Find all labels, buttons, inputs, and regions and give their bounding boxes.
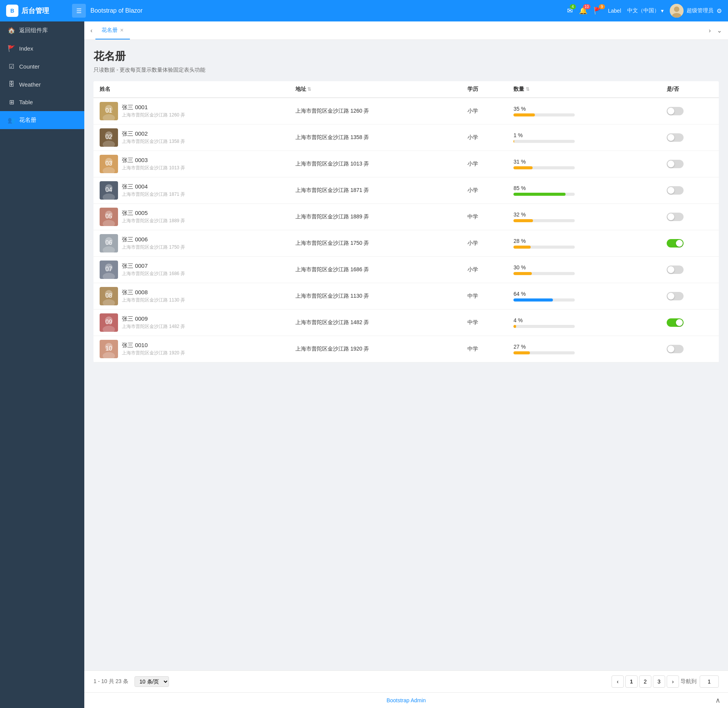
progress-pct-6: 28 %	[513, 238, 654, 244]
table-row: 06 张三 0006 上海市普陀区金沙江路 1750 弄 上海市普陀区金沙江路 …	[93, 230, 719, 257]
app-title: Bootstrap of Blazor	[90, 7, 562, 14]
progress-bar-fill-7	[513, 272, 532, 275]
table-row: 01 张三 0001 上海市普陀区金沙江路 1260 弄 上海市普陀区金沙江路 …	[93, 98, 719, 125]
row-avatar-4: 04	[100, 181, 118, 200]
name-info-7: 张三 0007 上海市普陀区金沙江路 1686 弄	[122, 262, 185, 277]
user-menu[interactable]: 超级管理员 ⚙	[670, 4, 722, 18]
main-name-8: 张三 0008	[122, 289, 185, 296]
progress-pct-2: 1 %	[513, 132, 654, 138]
education-cell-1: 小学	[461, 98, 507, 125]
toggle-cell-8	[661, 283, 719, 310]
address-cell-2: 上海市普陀区金沙江路 1358 弄	[289, 125, 462, 151]
roster-table: 姓名 地址 学历 数量 是/否 01	[93, 81, 719, 362]
page-2-button[interactable]: 2	[639, 675, 651, 688]
sidebar-item-home[interactable]: 🏠 返回组件库	[0, 21, 84, 39]
sub-name-3: 上海市普陀区金沙江路 1013 弄	[122, 165, 185, 171]
education-cell-7: 小学	[461, 257, 507, 283]
progress-bar-bg-3	[513, 166, 575, 169]
sidebar-item-table[interactable]: ⊞ Table	[0, 93, 84, 111]
progress-bar-fill-8	[513, 298, 553, 302]
toggle-8[interactable]	[667, 292, 684, 300]
flag-icon-button[interactable]: 🚩 9	[594, 7, 602, 15]
flag-nav-icon: 🚩	[8, 45, 15, 52]
toggle-2[interactable]	[667, 133, 684, 142]
sidebar: 🏠 返回组件库 🚩 Index ☑ Counter 🗄 Weather ⊞ Ta…	[0, 21, 84, 708]
page-3-button[interactable]: 3	[653, 675, 665, 688]
svg-point-1	[674, 7, 679, 12]
toggle-6[interactable]	[667, 239, 684, 247]
table-row: 03 张三 0003 上海市普陀区金沙江路 1013 弄 上海市普陀区金沙江路 …	[93, 151, 719, 177]
quantity-cell-8: 64 %	[507, 283, 661, 310]
main-name-4: 张三 0004	[122, 183, 185, 190]
toggle-5[interactable]	[667, 213, 684, 221]
sidebar-item-counter[interactable]: ☑ Counter	[0, 57, 84, 75]
quantity-cell-5: 32 %	[507, 204, 661, 230]
tab-dropdown-button[interactable]: ⌄	[714, 25, 725, 36]
progress-bar-bg-8	[513, 298, 575, 302]
svg-text:02: 02	[105, 134, 112, 140]
label-button[interactable]: Label	[608, 8, 621, 14]
sidebar-item-index[interactable]: 🚩 Index	[0, 39, 84, 57]
toggle-1[interactable]	[667, 107, 684, 115]
address-cell-9: 上海市普陀区金沙江路 1482 弄	[289, 310, 462, 336]
sub-name-10: 上海市普陀区金沙江路 1920 弄	[122, 350, 185, 356]
goto-input[interactable]	[700, 675, 719, 688]
page-size-select[interactable]: 10 条/页 20 条/页 50 条/页	[134, 676, 169, 687]
progress-bar-fill-3	[513, 166, 533, 169]
email-icon-button[interactable]: ✉ 4	[567, 7, 573, 15]
col-quantity[interactable]: 数量	[507, 81, 661, 98]
main-name-5: 张三 0005	[122, 210, 185, 217]
progress-pct-9: 4 %	[513, 317, 654, 323]
page-1-button[interactable]: 1	[625, 675, 638, 688]
scroll-up-button[interactable]: ∧	[715, 696, 720, 705]
sub-name-4: 上海市普陀区金沙江路 1871 弄	[122, 191, 185, 198]
toggle-3[interactable]	[667, 160, 684, 168]
toggle-10[interactable]	[667, 345, 684, 353]
table-header-row: 姓名 地址 学历 数量 是/否	[93, 81, 719, 98]
header-icons: ✉ 4 🔔 10 🚩 9 Label 中文（中国） ▾ 超级管理员 ⚙	[567, 4, 722, 18]
name-info-9: 张三 0009 上海市普陀区金沙江路 1482 弄	[122, 315, 185, 330]
menu-toggle-button[interactable]: ☰	[72, 4, 86, 18]
language-selector[interactable]: 中文（中国） ▾	[627, 7, 664, 14]
svg-text:08: 08	[105, 292, 112, 299]
education-cell-3: 小学	[461, 151, 507, 177]
sub-name-5: 上海市普陀区金沙江路 1889 弄	[122, 218, 185, 224]
tab-roster[interactable]: 花名册 ✕	[95, 21, 130, 39]
progress-pct-8: 64 %	[513, 291, 654, 297]
database-icon: 🗄	[8, 81, 15, 88]
toggle-4[interactable]	[667, 186, 684, 195]
name-info-4: 张三 0004 上海市普陀区金沙江路 1871 弄	[122, 183, 185, 198]
education-cell-8: 中学	[461, 283, 507, 310]
address-cell-4: 上海市普陀区金沙江路 1871 弄	[289, 177, 462, 204]
progress-bar-bg-5	[513, 219, 575, 222]
progress-bar-bg-7	[513, 272, 575, 275]
progress-bar-fill-6	[513, 246, 531, 249]
page-prev-button[interactable]: ‹	[612, 675, 624, 688]
name-cell-8: 08 张三 0008 上海市普陀区金沙江路 1130 弄	[93, 283, 289, 310]
sidebar-item-table-label: Table	[19, 99, 33, 105]
bell-icon-button[interactable]: 🔔 10	[579, 7, 587, 15]
pagination-bar: 1 - 10 共 23 条 10 条/页 20 条/页 50 条/页 ‹ 1 2…	[84, 670, 728, 692]
name-cell-6: 06 张三 0006 上海市普陀区金沙江路 1750 弄	[93, 230, 289, 257]
sidebar-item-counter-label: Counter	[19, 63, 39, 70]
tabs-bar: ‹ 花名册 ✕ › ⌄	[84, 21, 728, 40]
tab-close-icon[interactable]: ✕	[120, 28, 124, 33]
check-icon: ☑	[8, 63, 15, 70]
page-next-button[interactable]: ›	[667, 675, 679, 688]
row-avatar-2: 02	[100, 128, 118, 147]
toggle-9[interactable]	[667, 318, 684, 327]
sidebar-item-roster[interactable]: 👥 花名册	[0, 111, 84, 129]
email-badge: 4	[570, 4, 576, 9]
row-avatar-5: 05	[100, 208, 118, 226]
tab-back-button[interactable]: ‹	[87, 26, 95, 36]
toggle-cell-10	[661, 336, 719, 362]
education-cell-9: 中学	[461, 310, 507, 336]
name-cell-2: 02 张三 0002 上海市普陀区金沙江路 1358 弄	[93, 125, 289, 151]
sidebar-item-weather[interactable]: 🗄 Weather	[0, 75, 84, 93]
toggle-7[interactable]	[667, 266, 684, 274]
name-cell-5: 05 张三 0005 上海市普陀区金沙江路 1889 弄	[93, 204, 289, 230]
svg-text:03: 03	[105, 160, 112, 167]
name-info-8: 张三 0008 上海市普陀区金沙江路 1130 弄	[122, 289, 185, 303]
tab-forward-button[interactable]: ›	[706, 26, 714, 36]
col-address[interactable]: 地址	[289, 81, 462, 98]
